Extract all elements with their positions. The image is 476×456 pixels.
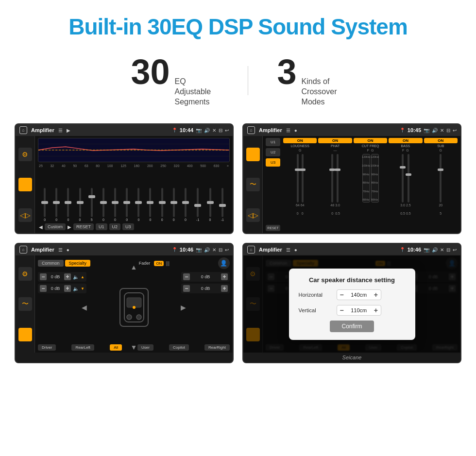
fader-rl-plus[interactable]: + [64, 285, 71, 292]
car-arrow-up[interactable]: ▲ [131, 263, 137, 271]
sidebar-btn-wave[interactable]: 〜 [18, 178, 32, 191]
bass-slider-1[interactable]: 3.0 0.5 [400, 153, 405, 231]
u3-btn[interactable]: U3 [122, 223, 134, 230]
phat-on[interactable]: ON [318, 138, 352, 143]
dot-icon-fader: ● [67, 247, 69, 253]
fader-label: Fader [139, 261, 151, 266]
topbar-dsp: ⌂ Amplifier ☰ ● 📍 10:45 📷 🔊 ✕ ⊟ ↩ [243, 124, 460, 136]
vertical-plus[interactable]: + [374, 306, 378, 314]
sidebar-btn-fader-wave[interactable]: 〜 [18, 297, 32, 311]
eq-slider-13[interactable]: -1 [196, 188, 199, 221]
bass-slider-2[interactable]: 2.5 0.5 [406, 153, 411, 231]
reset-btn-eq[interactable]: RESET [73, 223, 94, 230]
eq-slider-8[interactable]: 0 [137, 188, 139, 221]
eq-slider-7[interactable]: 0 [126, 188, 128, 221]
eq-slider-15[interactable]: -1 [221, 188, 224, 221]
fader-fl-plus[interactable]: + [64, 273, 71, 280]
loudness-on[interactable]: ON [283, 138, 317, 143]
fader-rl-minus[interactable]: − [40, 285, 47, 292]
back-icon-dsp[interactable]: ↩ [453, 128, 457, 133]
phat-slider-1[interactable]: 48 0 [330, 153, 334, 231]
car-arrow-left[interactable]: ◀ [82, 304, 87, 311]
eq-slider-6[interactable]: 0 [114, 188, 116, 221]
sidebar-btn-eq[interactable]: ⚙ [18, 148, 32, 161]
fader-car-diagram: ▲ ▼ ◀ ▶ [90, 272, 177, 342]
zone-rearright[interactable]: RearRight [204, 344, 230, 351]
home-icon-fader[interactable]: ⌂ [19, 246, 27, 253]
fader-toggle[interactable]: ON [154, 261, 164, 266]
cutfreq-slider-2[interactable]: 120Hz 100Hz 90Hz 80Hz 70Hz 60Hz [371, 153, 379, 231]
reset-btn-dsp[interactable]: RESET [266, 225, 280, 231]
fader-fl-minus[interactable]: − [40, 273, 47, 280]
home-icon[interactable]: ⌂ [19, 126, 27, 134]
play-icon[interactable]: ▶ [67, 128, 70, 133]
fader-rr-minus[interactable]: − [183, 285, 190, 292]
sidebar-btn-dsp-vol[interactable]: ◁▷ [246, 208, 260, 222]
dsp-channel-sub: ON SUB G 20 5 [424, 138, 458, 231]
custom-btn[interactable]: Custom [45, 223, 66, 230]
loudness-slider-1[interactable]: 64 0 [296, 153, 300, 231]
screen-body-eq: ⚙ 〜 ◁▷ [16, 136, 233, 233]
eq-slider-1[interactable]: 0 [55, 188, 57, 221]
sidebar-btn-vol[interactable]: ◁▷ [18, 208, 32, 222]
tab-specialty[interactable]: Specialty [65, 260, 91, 267]
sidebar-btn-fader-eq[interactable]: ⚙ [18, 267, 32, 281]
eq-slider-3[interactable]: 0 [79, 188, 81, 221]
sub-slider-1[interactable]: 20 5 [439, 153, 442, 231]
close-icon-fader[interactable]: ✕ [212, 247, 216, 253]
vertical-minus[interactable]: − [340, 306, 344, 314]
stat-eq-desc: EQ AdjustableSegments [175, 77, 219, 107]
horizontal-plus[interactable]: + [374, 291, 378, 299]
u2-btn[interactable]: U2 [109, 223, 121, 230]
sidebar-btn-dsp-eq[interactable]: ⚙ [246, 148, 260, 161]
back-icon-dialog[interactable]: ↩ [453, 247, 457, 253]
fader-controls-left: − 0 dB + 🔈 ▲ − 0 dB + 🔈 ▼ [38, 272, 86, 342]
zone-copilot[interactable]: Copilot [169, 344, 189, 351]
eq-slider-5[interactable]: 0 [102, 188, 104, 221]
eq-slider-10[interactable]: 0 [161, 188, 163, 221]
bass-on[interactable]: ON [389, 138, 422, 143]
tab-common[interactable]: Common [38, 260, 64, 267]
zone-driver[interactable]: Driver [38, 344, 56, 351]
sidebar-btn-fader-vol[interactable]: ◁▷ [18, 328, 32, 341]
eq-slider-14[interactable]: 0 [209, 188, 211, 221]
confirm-button[interactable]: Confirm [330, 321, 374, 332]
car-arrow-right[interactable]: ▶ [181, 304, 186, 311]
fader-fr-plus[interactable]: + [221, 273, 228, 280]
eq-slider-0[interactable]: 0 [44, 188, 46, 221]
zone-rearleft[interactable]: RearLeft [71, 344, 94, 351]
loudness-slider-2[interactable]: 64 0 [301, 153, 305, 231]
horizontal-minus[interactable]: − [340, 291, 344, 299]
eq-slider-4[interactable]: 5 [91, 188, 93, 221]
preset-u3[interactable]: U3 [266, 158, 280, 167]
fader-rr-plus[interactable]: + [221, 285, 228, 292]
eq-slider-11[interactable]: 0 [173, 188, 175, 221]
close-icon-eq[interactable]: ✕ [212, 128, 216, 133]
eq-slider-12[interactable]: 0 [185, 188, 187, 221]
car-arrow-down[interactable]: ▼ [131, 343, 137, 351]
prev-icon[interactable]: ◀ [39, 224, 43, 230]
sub-on[interactable]: ON [424, 138, 458, 143]
fader-fr-minus[interactable]: − [183, 273, 190, 280]
close-icon-dsp[interactable]: ✕ [440, 128, 444, 133]
back-icon-fader[interactable]: ↩ [225, 247, 229, 253]
preset-u2[interactable]: U2 [266, 148, 280, 156]
home-icon-dsp[interactable]: ⌂ [247, 126, 255, 134]
fader-control-rr: − 0 dB + [181, 284, 230, 293]
close-icon-dialog[interactable]: ✕ [440, 247, 444, 253]
u1-btn[interactable]: U1 [96, 223, 107, 230]
sidebar-dsp: ⚙ 〜 ◁▷ [243, 136, 263, 233]
eq-slider-9[interactable]: 0 [149, 188, 151, 221]
home-icon-dialog[interactable]: ⌂ [247, 246, 255, 253]
zone-all[interactable]: All [110, 344, 122, 351]
eq-slider-2[interactable]: 0 [67, 188, 69, 221]
phat-slider-2[interactable]: 3.0 0.5 [335, 153, 340, 231]
back-icon[interactable]: ↩ [225, 128, 229, 133]
next-icon[interactable]: ▶ [68, 224, 71, 230]
zone-user[interactable]: User [137, 344, 153, 351]
volume-icon-fader: 🔊 [204, 247, 210, 253]
cutfreq-on[interactable]: ON [354, 138, 387, 143]
sidebar-btn-dsp-wave[interactable]: 〜 [246, 178, 260, 191]
cutfreq-slider-1[interactable]: 120Hz 100Hz 90Hz 80Hz 70Hz 60Hz [362, 153, 370, 231]
preset-u1[interactable]: U1 [266, 138, 280, 146]
